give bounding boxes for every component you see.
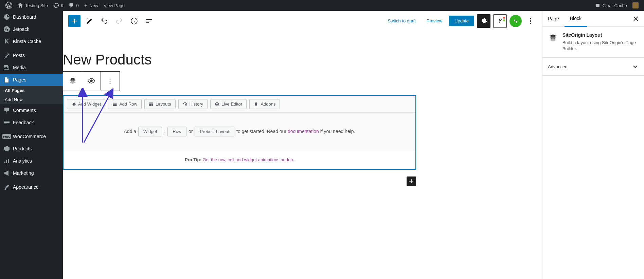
view-page-label: View Page [104,3,125,8]
avatar [632,2,639,8]
clear-cache[interactable]: Clear Cache [592,0,630,11]
comments-count: 0 [76,3,78,8]
updates-count: 9 [61,3,63,8]
update-icon [53,3,59,8]
updates[interactable]: 9 [51,0,66,11]
comment-icon [69,3,74,8]
user-menu[interactable] [630,0,641,11]
new-content[interactable]: + New [82,0,101,11]
home-icon [18,3,23,8]
clear-cache-label: Clear Cache [603,3,627,8]
site-name[interactable]: Testing Site [15,0,51,11]
trash-icon [595,3,601,8]
wp-logo[interactable] [3,0,15,11]
view-page[interactable]: View Page [101,0,127,11]
new-label: New [89,3,98,8]
admin-bar: Testing Site 9 0 + New View Page Clear [0,0,644,11]
site-name-label: Testing Site [25,3,48,8]
comments[interactable]: 0 [66,0,81,11]
svg-rect-0 [596,4,600,7]
plus-icon: + [84,2,87,8]
